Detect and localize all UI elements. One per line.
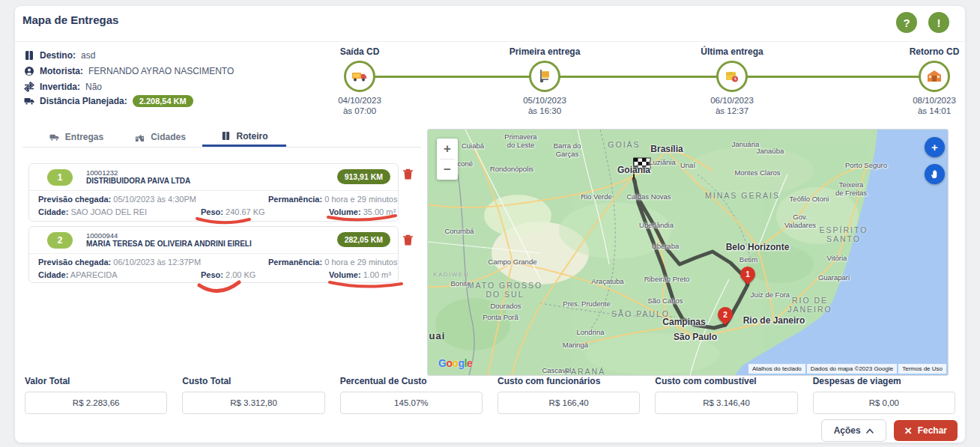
alert-button[interactable]: ! <box>928 12 949 33</box>
timeline-step-retorno-cd: Retorno CD 08/10/2023 às 14:01 <box>886 46 980 115</box>
map-pan-hand-button[interactable] <box>925 164 945 184</box>
fechar-button[interactable]: ✕ Fechar <box>894 420 958 441</box>
volume-field: Volume: 1.00 m³ <box>329 270 391 279</box>
summary-item: Percentual de Custo145.07% <box>340 376 483 414</box>
peso-field: Peso: 2.00 KG <box>201 270 255 279</box>
acoes-button[interactable]: Ações <box>821 419 886 442</box>
google-map[interactable]: CuiabáPrimavera do LesteBarra do GarçasP… <box>427 129 949 376</box>
summary-item: Custo com funcionáriosR$ 166,40 <box>497 376 640 414</box>
stop-number-badge: 2 <box>47 232 73 249</box>
timeline-step-primeira-entrega: Primeira entrega 05/10/2023 às 16:30 <box>496 46 593 115</box>
summary-label: Custo com combustível <box>655 376 797 386</box>
delivery-code: 10000944 <box>86 231 118 240</box>
timeline-step-circle <box>716 61 748 92</box>
totals-summary: Valor TotalR$ 2.283,66 Custo TotalR$ 3.3… <box>25 376 955 414</box>
info-label: Invertida: <box>40 82 80 92</box>
info-value: FERNANDO AYRAO NASCIMENTO <box>88 66 234 76</box>
footer-actions: Ações ✕ Fechar <box>821 419 958 442</box>
timeline-step-circle <box>919 61 950 92</box>
zoom-in-button[interactable]: + <box>437 139 458 159</box>
card-divider <box>29 253 398 254</box>
tab-cidades[interactable]: Cidades <box>118 127 202 147</box>
leg-distance-badge: 913,91 KM <box>337 169 390 184</box>
map-data-credit: Dados do mapa ©2023 Google <box>807 364 897 374</box>
route-map-icon <box>221 131 231 141</box>
question-icon: ? <box>903 16 910 29</box>
mapa-de-entregas-page: Mapa de Entregas ? ! Destino: asd Motori… <box>0 0 980 447</box>
city-icon <box>135 133 145 142</box>
page-title: Mapa de Entregas <box>22 13 118 26</box>
acoes-label: Ações <box>834 425 861 436</box>
timeline-step-label: Retorno CD <box>886 46 980 58</box>
terms-of-use-link[interactable]: Termos de Uso <box>898 364 946 374</box>
map-add-button[interactable]: + <box>925 137 945 157</box>
previsao-field: Previsão chegada: 06/10/2023 às 12:37PM <box>38 258 201 267</box>
truck-icon <box>24 96 34 106</box>
delete-delivery-button[interactable] <box>402 234 414 246</box>
zoom-out-button[interactable]: − <box>437 159 458 180</box>
warehouse-icon <box>926 68 943 85</box>
summary-value: R$ 3.146,40 <box>655 392 797 414</box>
summary-item: Valor TotalR$ 2.283,66 <box>25 376 167 414</box>
google-logo: Google <box>438 357 472 369</box>
info-distancia: Distância Planejada: 2.208,54 KM <box>24 95 193 107</box>
summary-value: 145.07% <box>340 392 483 414</box>
timeline-step-time: às 12:37 <box>683 106 781 115</box>
timeline-step-circle <box>344 61 375 92</box>
chevron-up-icon <box>866 428 874 434</box>
summary-item: Despesas de viagemR$ 0,00 <box>813 376 955 414</box>
info-invertida: Invertida: Não <box>24 81 102 93</box>
info-label: Distância Planejada: <box>40 96 127 106</box>
driver-icon <box>24 66 34 76</box>
delivery-card: 1 10001232 DISTRIBUIDORA PAIVA LTDA 913,… <box>28 163 399 222</box>
tab-label: Cidades <box>151 132 186 142</box>
tab-entregas[interactable]: Entregas <box>34 127 118 147</box>
previsao-field: Previsão chegada: 05/10/2023 às 4:30PM <box>38 195 196 204</box>
timeline-step-time: às 16:30 <box>496 106 593 115</box>
timeline-step-circle <box>529 61 560 92</box>
left-panel-tabs: Entregas Cidades Roteiro <box>22 127 421 148</box>
summary-label: Despesas de viagem <box>813 376 955 386</box>
handtruck-icon <box>536 68 553 85</box>
timeline-line <box>371 76 923 78</box>
cidade-field: Cidade: SAO JOAO DEL REI <box>38 207 147 216</box>
permanencia-field: Permanência: 0 hora e 29 minutos <box>268 195 397 204</box>
info-motorista: Motorista: FERNANDO AYRAO NASCIMENTO <box>24 65 234 77</box>
swap-arrows-icon <box>24 82 34 92</box>
timeline-step-date: 06/10/2023 <box>683 96 781 105</box>
tab-label: Entregas <box>65 132 103 142</box>
delete-delivery-button[interactable] <box>402 168 414 180</box>
timeline-step-date: 08/10/2023 <box>886 96 980 105</box>
cidade-field: Cidade: APARECIDA <box>38 270 118 279</box>
close-icon: ✕ <box>904 426 913 436</box>
package-clock-icon <box>724 68 740 85</box>
info-value: Não <box>85 82 102 92</box>
info-label: Destino: <box>40 50 76 61</box>
header-divider <box>15 41 965 42</box>
destination-icon <box>24 50 34 61</box>
summary-value: R$ 2.283,66 <box>25 392 167 414</box>
info-value: asd <box>81 50 95 61</box>
summary-label: Valor Total <box>25 376 167 386</box>
timeline-step-date: 04/10/2023 <box>311 96 408 105</box>
route-start-flag-icon <box>634 158 650 179</box>
summary-label: Percentual de Custo <box>340 376 483 386</box>
tab-roteiro[interactable]: Roteiro <box>202 127 286 147</box>
customer-name: DISTRIBUIDORA PAIVA LTDA <box>86 177 190 185</box>
keyboard-shortcuts-link[interactable]: Atalhos do teclado <box>748 364 805 374</box>
hand-icon <box>930 169 940 179</box>
tab-label: Roteiro <box>237 131 268 142</box>
summary-item: Custo com combustívelR$ 3.146,40 <box>655 376 797 414</box>
timeline-step-label: Saída CD <box>311 46 408 58</box>
help-button[interactable]: ? <box>896 12 917 33</box>
info-label: Motorista: <box>40 66 83 76</box>
summary-label: Custo Total <box>182 376 324 386</box>
timeline-step-saida-cd: Saída CD 04/10/2023 às 07:00 <box>311 46 408 115</box>
timeline-step-label: Última entrega <box>683 46 781 58</box>
timeline-step-label: Primeira entrega <box>496 46 593 58</box>
map-attribution: Atalhos do teclado Dados do mapa ©2023 G… <box>748 364 946 374</box>
plus-icon: + <box>931 141 938 153</box>
summary-label: Custo com funcionários <box>497 376 640 386</box>
summary-item: Custo TotalR$ 3.312,80 <box>182 376 324 414</box>
delivery-code: 10001232 <box>86 168 118 177</box>
